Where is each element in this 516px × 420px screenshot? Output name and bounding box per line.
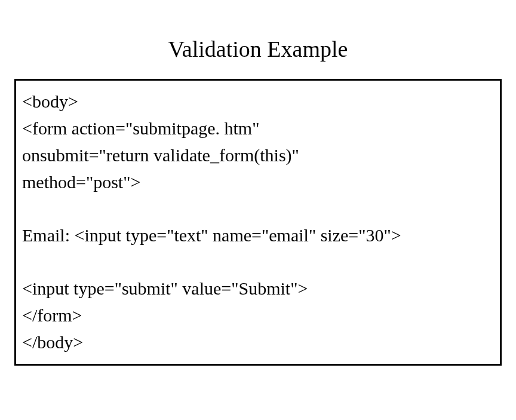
page-title: Validation Example (0, 36, 516, 62)
code-line: </body> (22, 329, 494, 355)
code-line: Email: <input type="text" name="email" s… (22, 222, 494, 249)
blank-line (22, 195, 494, 222)
code-line: onsubmit="return validate_form(this)" (22, 142, 494, 168)
code-line: </form> (22, 302, 494, 329)
code-line: <input type="submit" value="Submit"> (22, 275, 494, 302)
blank-line (22, 249, 494, 275)
code-line: method="post"> (22, 168, 494, 195)
code-line: <body> (22, 88, 494, 115)
code-line: <form action="submitpage. htm" (22, 115, 494, 142)
code-example-box: <body> <form action="submitpage. htm" on… (14, 79, 502, 366)
